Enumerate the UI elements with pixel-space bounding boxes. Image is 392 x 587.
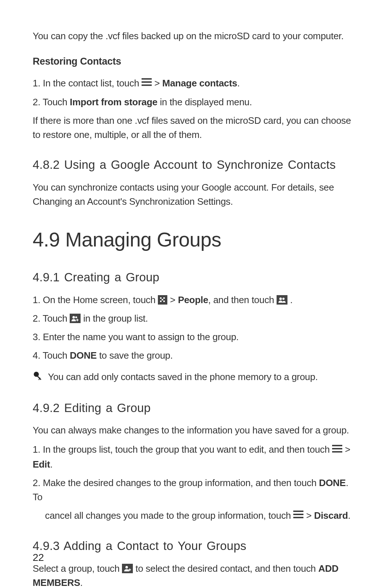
- s491-step-4: 4. Touch DONE to save the group.: [33, 348, 359, 363]
- s493-body: Select a group, touch to select the desi…: [33, 562, 359, 587]
- text: cancel all changes you made to the group…: [45, 510, 293, 521]
- text: to select the desired contact, and then …: [135, 563, 318, 574]
- text: .: [348, 510, 350, 521]
- menu-icon: [142, 76, 152, 90]
- groups-tab-icon: [277, 295, 287, 305]
- note-text: You can add only contacts saved in the p…: [48, 370, 359, 384]
- discard-label: Discard: [314, 510, 348, 521]
- svg-rect-7: [162, 299, 163, 300]
- svg-rect-3: [160, 297, 162, 299]
- text: >: [345, 444, 350, 455]
- text: 2. Touch: [33, 313, 70, 324]
- s491-step-2: 2. Touch in the group list.: [33, 311, 359, 326]
- text: , and then touch: [208, 294, 277, 305]
- section-4-8-2-body: You can synchronize contacts using your …: [33, 180, 359, 209]
- svg-rect-17: [332, 451, 342, 453]
- s492-body: You can always make changes to the infor…: [33, 423, 359, 437]
- svg-point-21: [126, 566, 128, 568]
- done-label: DONE: [319, 477, 346, 488]
- svg-rect-6: [163, 301, 165, 302]
- section-4-9-1-heading: 4.9.1 Creating a Group: [33, 268, 359, 286]
- edit-label: Edit: [33, 459, 50, 470]
- s492-step-2-cont: cancel all changes you made to the group…: [33, 509, 359, 523]
- intro-text: You can copy the .vcf files backed up on…: [33, 29, 359, 43]
- apps-grid-icon: [158, 295, 167, 305]
- text: 4. Touch: [33, 350, 70, 361]
- add-contact-icon: [122, 564, 133, 573]
- text: 2. Touch: [33, 97, 70, 107]
- import-from-storage-label: Import from storage: [70, 97, 157, 107]
- restoring-heading: Restoring Contacts: [33, 54, 359, 69]
- text: 1. On the Home screen, touch: [33, 294, 158, 305]
- svg-rect-1: [142, 81, 152, 83]
- svg-rect-4: [163, 297, 165, 299]
- svg-rect-5: [160, 301, 162, 302]
- text: 1. In the contact list, touch: [33, 78, 142, 89]
- svg-rect-16: [332, 448, 342, 449]
- svg-rect-2: [142, 85, 152, 86]
- note-icon: [33, 370, 43, 385]
- svg-rect-0: [142, 78, 152, 80]
- s491-step-1: 1. On the Home screen, touch > People, a…: [33, 293, 359, 307]
- menu-icon: [332, 443, 342, 457]
- people-label: People: [178, 294, 208, 305]
- text: >: [306, 510, 314, 521]
- text: .: [237, 78, 240, 89]
- svg-point-8: [279, 297, 282, 300]
- text: .: [290, 294, 293, 305]
- text: 1. In the groups list, touch the group t…: [33, 444, 332, 455]
- s492-step-2: 2. Make the desired changes to the group…: [33, 476, 359, 504]
- menu-icon: [293, 508, 303, 522]
- svg-point-11: [75, 316, 77, 318]
- svg-rect-23: [128, 570, 131, 570]
- text: to save the group.: [97, 350, 173, 361]
- svg-rect-15: [332, 445, 342, 446]
- text: .: [50, 459, 53, 470]
- svg-rect-20: [293, 517, 303, 518]
- svg-rect-18: [293, 511, 303, 512]
- restoring-note: If there is more than one .vcf files sav…: [33, 114, 359, 142]
- s491-note: You can add only contacts saved in the p…: [33, 370, 359, 385]
- restoring-step-2: 2. Touch Import from storage in the disp…: [33, 95, 359, 109]
- section-4-9-heading: 4.9 Managing Groups: [33, 225, 359, 255]
- s491-step-3: 3. Enter the name you want to assign to …: [33, 330, 359, 344]
- svg-point-10: [73, 316, 75, 318]
- text: Select a group, touch: [33, 563, 122, 574]
- page-number: 22: [33, 552, 44, 563]
- svg-point-9: [282, 298, 285, 300]
- text: >: [170, 294, 178, 305]
- restoring-step-1: 1. In the contact list, touch > Manage c…: [33, 76, 359, 91]
- svg-rect-13: [76, 319, 79, 320]
- section-4-8-2-heading: 4.8.2 Using a Google Account to Synchron…: [33, 156, 359, 174]
- section-4-9-3-heading: 4.9.3 Adding a Contact to Your Groups: [33, 537, 359, 555]
- text: in the group list.: [83, 313, 148, 324]
- svg-rect-19: [293, 514, 303, 515]
- s492-step-1: 1. In the groups list, touch the group t…: [33, 443, 359, 472]
- section-4-9-2-heading: 4.9.2 Editing a Group: [33, 399, 359, 417]
- text: 2. Make the desired changes to the group…: [33, 477, 319, 488]
- text: in the displayed menu.: [158, 97, 252, 107]
- text: .: [80, 577, 83, 587]
- text: >: [154, 78, 162, 89]
- done-label: DONE: [70, 350, 97, 361]
- add-group-icon: [70, 314, 81, 323]
- manage-contacts-label: Manage contacts: [162, 78, 237, 89]
